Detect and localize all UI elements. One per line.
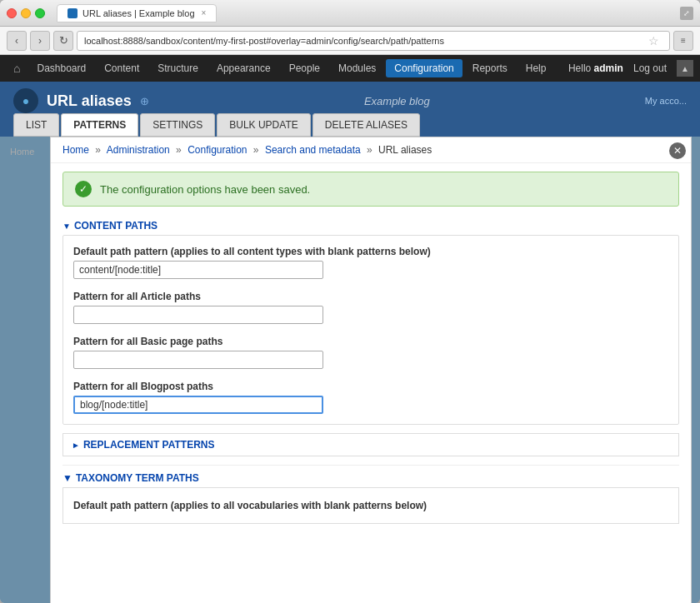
content-paths-section: ▼ CONTENT PATHS Default path pattern (ap…	[62, 215, 679, 425]
field-group-basic: Pattern for all Basic page paths	[73, 336, 668, 369]
content-paths-arrow: ▼	[62, 222, 71, 231]
taxonomy-arrow-icon: ▼	[62, 472, 72, 484]
close-button[interactable]	[7, 8, 17, 18]
breadcrumb: Home » Administration » Configuration » …	[51, 137, 691, 163]
maximize-button[interactable]	[35, 8, 45, 18]
tab-patterns[interactable]: PATTERNS	[61, 113, 138, 137]
content-paths-title: CONTENT PATHS	[74, 220, 158, 232]
tab-settings[interactable]: SETTINGS	[140, 113, 215, 137]
breadcrumb-config[interactable]: Configuration	[188, 144, 247, 156]
replacement-arrow-icon: ►	[72, 441, 80, 450]
logout-button[interactable]: Log out	[625, 59, 675, 77]
admin-nav-content[interactable]: Content	[96, 59, 148, 77]
breadcrumb-sep-1: »	[95, 144, 101, 156]
tab-bulk-update[interactable]: BULK UPDATE	[217, 113, 310, 137]
tab-list[interactable]: LIST	[13, 113, 59, 137]
field-group-article: Pattern for all Article paths	[73, 291, 668, 324]
field-input-blogpost[interactable]	[73, 396, 323, 414]
admin-expand-button[interactable]: ▲	[677, 60, 693, 77]
overlay-close-button[interactable]: ✕	[669, 142, 686, 159]
field-label-blogpost: Pattern for all Blogpost paths	[73, 381, 668, 392]
page-background: ● URL aliases ⊕ Example blog My acco... …	[0, 82, 700, 603]
menu-icon: ≡	[681, 36, 686, 45]
content-paths-header[interactable]: ▼ CONTENT PATHS	[62, 215, 679, 235]
replacement-patterns-header[interactable]: ► REPLACEMENT PATTERNS	[63, 434, 678, 456]
admin-nav-structure[interactable]: Structure	[149, 59, 207, 77]
replacement-patterns-title: REPLACEMENT PATTERNS	[83, 439, 215, 451]
back-button[interactable]: ‹	[7, 31, 27, 51]
admin-nav-appearance[interactable]: Appearance	[208, 59, 279, 77]
title-bar: URL aliases | Example blog × ⤢	[0, 0, 700, 27]
success-text: The configuration options have been save…	[100, 183, 310, 196]
breadcrumb-sep-4: »	[367, 144, 372, 156]
taxonomy-paths-title: TAXONOMY TERM PATHS	[76, 472, 199, 484]
address-bar[interactable]: localhost:8888/sandbox/content/my-first-…	[77, 31, 670, 51]
field-input-basic[interactable]	[73, 351, 323, 369]
breadcrumb-search[interactable]: Search and metadata	[265, 144, 361, 156]
breadcrumb-sep-2: »	[176, 144, 182, 156]
taxonomy-paths-body: Default path pattern (applies to all voc…	[62, 487, 679, 524]
admin-nav-people[interactable]: People	[281, 59, 328, 77]
title-icon[interactable]: ⊕	[140, 95, 149, 107]
home-bg-link: Home	[7, 143, 38, 160]
tab-title: URL aliases | Example blog	[82, 8, 195, 18]
breadcrumb-admin[interactable]: Administration	[107, 144, 170, 156]
page-tabs: LIST PATTERNS SETTINGS BULK UPDATE DELET…	[0, 113, 700, 137]
minimize-button[interactable]	[21, 8, 31, 18]
taxonomy-field-label: Default path pattern (applies to all voc…	[73, 500, 668, 511]
field-input-article[interactable]	[73, 306, 323, 324]
background-content: Home	[0, 137, 44, 603]
content-area: Home ✕ Home » Administration » Configura…	[0, 137, 700, 603]
admin-nav-dashboard[interactable]: Dashboard	[28, 59, 94, 77]
taxonomy-paths-section: ▼ TAXONOMY TERM PATHS Default path patte…	[62, 465, 679, 524]
blog-name: Example blog	[364, 95, 430, 107]
page-title: URL aliases	[47, 92, 132, 110]
field-input-default[interactable]	[73, 261, 323, 279]
breadcrumb-home[interactable]: Home	[62, 144, 89, 156]
my-account-area: My acco...	[645, 96, 687, 106]
bookmark-icon[interactable]: ☆	[648, 34, 659, 47]
nav-bar: ‹ › ↻ localhost:8888/sandbox/content/my-…	[0, 27, 700, 55]
admin-nav-reports[interactable]: Reports	[464, 59, 516, 77]
admin-home-button[interactable]: ⌂	[7, 58, 27, 78]
blog-name-area: Example blog	[364, 95, 430, 107]
drupal-logo: ●	[13, 88, 38, 113]
admin-nav-modules[interactable]: Modules	[330, 59, 384, 77]
refresh-icon: ↻	[59, 34, 68, 47]
window-controls	[7, 8, 45, 18]
admin-greeting: Hello admin	[568, 62, 623, 74]
expand-icon: ⤢	[683, 9, 690, 17]
success-icon: ✓	[75, 181, 92, 197]
field-label-default: Default path pattern (applies to all con…	[73, 246, 668, 257]
forward-button[interactable]: ›	[30, 31, 50, 51]
taxonomy-paths-header[interactable]: ▼ TAXONOMY TERM PATHS	[62, 465, 679, 487]
browser-window: URL aliases | Example blog × ⤢ ‹ › ↻ loc…	[0, 0, 700, 603]
field-label-article: Pattern for all Article paths	[73, 291, 668, 302]
forward-icon: ›	[38, 35, 42, 47]
field-label-basic: Pattern for all Basic page paths	[73, 336, 668, 347]
page-title-area: ● URL aliases ⊕	[13, 88, 149, 113]
my-account-link[interactable]: My acco...	[645, 96, 687, 106]
address-text: localhost:8888/sandbox/content/my-first-…	[84, 36, 645, 46]
admin-nav-help[interactable]: Help	[518, 59, 555, 77]
tab-delete-aliases[interactable]: DELETE ALIASES	[312, 113, 420, 137]
admin-nav-configuration[interactable]: Configuration	[386, 59, 462, 77]
back-icon: ‹	[15, 35, 18, 47]
browser-tab[interactable]: URL aliases | Example blog ×	[57, 4, 217, 22]
replacement-patterns-section: ► REPLACEMENT PATTERNS	[62, 433, 679, 456]
page-header-row: ● URL aliases ⊕ Example blog My acco... …	[0, 82, 700, 137]
tab-favicon	[68, 8, 78, 18]
admin-username: admin	[594, 62, 623, 74]
content-paths-body: Default path pattern (applies to all con…	[62, 235, 679, 425]
breadcrumb-sep-3: »	[253, 144, 259, 156]
overlay-panel: ✕ Home » Administration » Configuration …	[50, 137, 692, 603]
tab-close-icon[interactable]: ×	[202, 8, 207, 17]
tab-bar: URL aliases | Example blog ×	[53, 4, 680, 22]
browser-menu-button[interactable]: ≡	[673, 31, 693, 51]
field-group-default: Default path pattern (applies to all con…	[73, 246, 668, 279]
success-message: ✓ The configuration options have been sa…	[62, 172, 679, 207]
refresh-button[interactable]: ↻	[53, 31, 73, 51]
field-group-blogpost: Pattern for all Blogpost paths	[73, 381, 668, 414]
expand-button[interactable]: ⤢	[680, 7, 693, 20]
drupal-admin-bar: ⌂ Dashboard Content Structure Appearance…	[0, 55, 700, 82]
